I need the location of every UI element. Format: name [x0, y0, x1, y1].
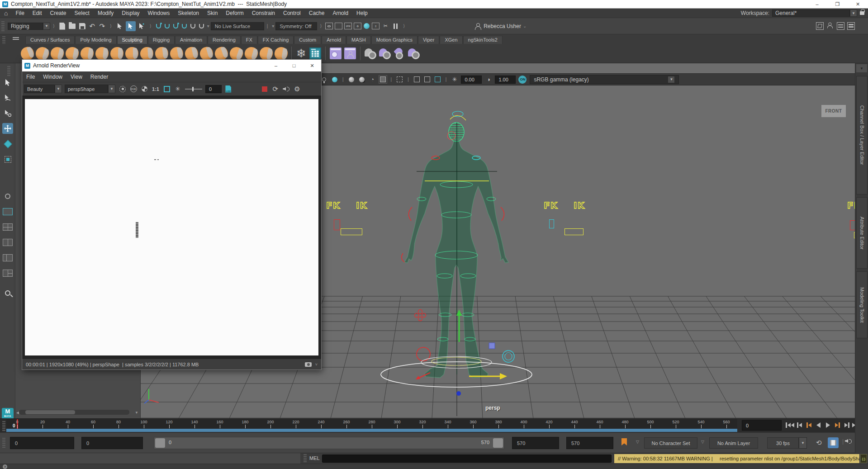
- ik-label-left[interactable]: IK: [356, 200, 367, 211]
- symmetry-options-arrow-icon[interactable]: ▾: [270, 24, 275, 28]
- snap-options-arrow-icon[interactable]: ▾: [206, 24, 211, 28]
- shelf-tab-curves-surfaces[interactable]: Curves / Surfaces: [25, 36, 75, 44]
- aov-dropdown-arrow-icon[interactable]: ▼: [55, 85, 62, 93]
- sculpt-shelf-icon[interactable]: [140, 47, 154, 61]
- pause-viewport-icon[interactable]: [391, 22, 399, 30]
- select-hierarchy-icon[interactable]: [115, 21, 125, 31]
- shelf-tab-sculpting[interactable]: Sculpting: [117, 36, 147, 44]
- ik-label-right[interactable]: IK: [574, 200, 585, 211]
- playblast-icon[interactable]: [828, 437, 839, 448]
- fk-control-box-edge[interactable]: [850, 220, 855, 230]
- range-start-handle[interactable]: [155, 438, 165, 448]
- snap-curve-icon[interactable]: [165, 24, 170, 28]
- shelf-menu-icon[interactable]: [13, 37, 19, 38]
- shelf-tab-poly-modeling[interactable]: Poly Modeling: [75, 36, 116, 44]
- range-slider-track[interactable]: 0 570: [154, 437, 504, 449]
- menu-display[interactable]: Display: [118, 10, 143, 16]
- sculpt-shelf-icon[interactable]: [125, 47, 139, 60]
- sculpt-shelf-icon[interactable]: [64, 46, 80, 61]
- renderview-menu-view[interactable]: View: [66, 74, 86, 80]
- light-editor-icon[interactable]: ≡: [372, 23, 379, 29]
- renderview-maximize-button[interactable]: □: [285, 60, 303, 71]
- toolbox-grip[interactable]: [7, 66, 10, 76]
- shelf-tab-rendering[interactable]: Rendering: [208, 36, 241, 44]
- account-widget[interactable]: Rebecca Usher ⌄: [474, 23, 528, 29]
- warning-message-bar[interactable]: // Warning: 00:58:32 11667MB WARNING | r…: [614, 454, 859, 463]
- open-scene-icon[interactable]: [68, 22, 76, 30]
- rotate-tool-icon[interactable]: [2, 138, 13, 149]
- shelf-tab-ngskintools2[interactable]: ngSkinTools2: [463, 36, 503, 44]
- sculpt-layer-icon-2[interactable]: [379, 47, 391, 59]
- color-management-toggle[interactable]: ON: [518, 76, 526, 84]
- view-transform-dropdown[interactable]: sRGB gamma (legacy) ▼: [530, 75, 679, 84]
- tab-modeling-toolkit[interactable]: Modeling Toolkit: [856, 271, 868, 338]
- status-expand-chevron-icon[interactable]: ˅: [315, 362, 318, 367]
- snap-grid-icon[interactable]: [156, 24, 161, 28]
- save-scene-icon[interactable]: [78, 22, 86, 30]
- menu-deform[interactable]: Deform: [222, 10, 247, 16]
- render-settings-icon[interactable]: ⚙: [354, 23, 361, 29]
- debug-value-field[interactable]: 0: [205, 85, 222, 93]
- fps-dropdown[interactable]: 30 fps: [767, 437, 799, 449]
- menu-set-dropdown-arrow-icon[interactable]: ▼: [43, 23, 50, 30]
- command-language-toggle[interactable]: MEL: [309, 455, 320, 461]
- wireframe-on-shaded-icon[interactable]: [413, 75, 421, 84]
- menu-select[interactable]: Select: [71, 10, 94, 16]
- character-window-icon[interactable]: [344, 47, 356, 59]
- paint-select-tool-icon[interactable]: [2, 108, 13, 118]
- step-back-frame-button[interactable]: [795, 420, 804, 431]
- layout-four-view-icon[interactable]: [2, 222, 13, 232]
- humanik-toggle-icon[interactable]: [826, 22, 834, 30]
- default-material-icon[interactable]: [330, 75, 339, 84]
- refresh-render-icon[interactable]: ⟳: [271, 85, 280, 94]
- use-all-lights-icon[interactable]: [347, 75, 356, 84]
- timeslider-grip[interactable]: [2, 421, 5, 431]
- layout-single-pane-icon[interactable]: [2, 206, 13, 217]
- arnold-renderview-window[interactable]: M Arnold RenderView – □ ✕ FileWindowView…: [22, 59, 322, 370]
- menu-modify[interactable]: Modify: [94, 10, 118, 16]
- sidebar-collapse-icon[interactable]: ▼: [856, 64, 867, 72]
- crop-region-icon[interactable]: [118, 85, 127, 94]
- tab-attribute-editor[interactable]: Attribute Editor: [856, 197, 868, 269]
- renderview-menu-window[interactable]: Window: [39, 74, 66, 80]
- renderview-menu-render[interactable]: Render: [86, 74, 112, 80]
- current-frame-field[interactable]: 0: [742, 420, 782, 431]
- menu-create[interactable]: Create: [46, 10, 71, 16]
- shadows-toggle-icon[interactable]: [358, 75, 366, 84]
- shelf-tab-fx-caching[interactable]: FX Caching: [258, 36, 294, 44]
- loop-playback-icon[interactable]: ⟲: [816, 439, 822, 447]
- sculpt-shelf-icon[interactable]: [110, 47, 124, 60]
- menu-file[interactable]: File: [11, 10, 28, 16]
- menu-skeleton[interactable]: Skeleton: [174, 10, 203, 16]
- alpha-channel-icon[interactable]: [140, 85, 149, 94]
- render-sphere-icon[interactable]: [364, 23, 370, 29]
- close-button[interactable]: ✕: [848, 0, 868, 8]
- command-input[interactable]: [322, 455, 612, 463]
- renderview-settings-gear-icon[interactable]: ⚙: [293, 85, 302, 94]
- anim-layer-field[interactable]: No Anim Layer: [709, 437, 758, 449]
- menu-windows[interactable]: Windows: [144, 10, 174, 16]
- select-tool-icon[interactable]: [2, 77, 13, 88]
- renderview-menu-file[interactable]: File: [22, 74, 39, 80]
- xray-mode-icon[interactable]: [423, 75, 432, 84]
- playback-end-field[interactable]: 570: [512, 437, 559, 449]
- menu-constrain[interactable]: Constrain: [248, 10, 279, 16]
- live-surface-field[interactable]: No Live Surface: [211, 22, 264, 30]
- statusline-grip[interactable]: [1, 21, 5, 31]
- menu-arnold[interactable]: Arnold: [328, 10, 352, 16]
- sculpt-shelf-icon[interactable]: [80, 46, 95, 61]
- animation-start-field[interactable]: 0: [10, 437, 74, 449]
- scale-tool-icon[interactable]: [2, 154, 13, 165]
- new-scene-icon[interactable]: [58, 22, 66, 30]
- ik-control-bar-right[interactable]: [564, 228, 583, 235]
- menu-set-dropdown[interactable]: Rigging: [8, 23, 43, 30]
- shelf-tab-motion-graphics[interactable]: Motion Graphics: [371, 36, 417, 44]
- fk-control-box-right[interactable]: [549, 219, 554, 228]
- sculpt-erase-icon[interactable]: [408, 47, 420, 59]
- animation-end-field[interactable]: 570: [566, 437, 613, 449]
- magnifier-icon[interactable]: [2, 288, 13, 298]
- ik-control-bar-left[interactable]: [341, 228, 362, 235]
- render-notifications-icon[interactable]: [282, 85, 291, 94]
- renderview-close-button[interactable]: ✕: [303, 60, 321, 71]
- select-object-icon[interactable]: [126, 21, 136, 31]
